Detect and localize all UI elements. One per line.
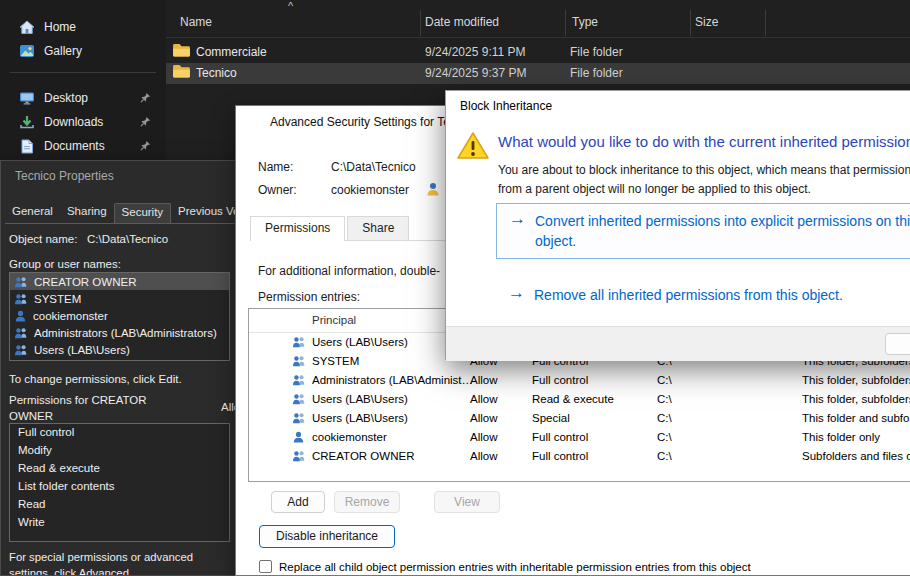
permission-item[interactable]: List folder contents	[10, 478, 229, 496]
file-date: 9/24/2025 9:11 PM	[425, 45, 526, 59]
name-label: Name:	[258, 160, 293, 174]
column-header-principal[interactable]: Principal	[312, 314, 356, 326]
home-icon	[18, 19, 35, 35]
column-header-name[interactable]: Name	[180, 15, 212, 29]
tab-general[interactable]: General	[5, 203, 60, 223]
edit-hint-text: To change permissions, click Edit.	[9, 373, 182, 385]
column-header-type[interactable]: Type	[572, 15, 598, 29]
group-icon	[292, 355, 306, 370]
entry-principal: Administrators (LAB\Administrators)	[312, 374, 474, 386]
sidebar-item-label: Gallery	[44, 44, 82, 58]
file-date: 9/24/2025 9:37 PM	[425, 66, 526, 80]
sidebar-item-home[interactable]: Home	[6, 15, 160, 39]
file-name: Tecnico	[196, 66, 237, 80]
group-user-names-label: Group or user names:	[9, 258, 121, 270]
entry-principal: CREATOR OWNER	[312, 450, 474, 462]
group-icon	[292, 412, 306, 427]
group-list-item[interactable]: Administrators (LAB\Administrators)	[10, 324, 229, 341]
entry-applies-to: This folder, subfolders and files	[802, 374, 910, 386]
group-list-item[interactable]: CREATOR OWNER	[10, 273, 229, 290]
tab-permissions[interactable]: Permissions	[250, 216, 345, 241]
cancel-button[interactable]: Cancel	[885, 333, 910, 355]
column-separator[interactable]	[565, 10, 566, 36]
permission-item[interactable]: Read & execute	[10, 460, 229, 478]
permission-entries-label: Permission entries:	[258, 290, 360, 304]
file-row-commerciale[interactable]: Commerciale 9/24/2025 9:11 PM File folde…	[166, 42, 910, 63]
user-icon	[292, 431, 305, 446]
permission-item[interactable]: Write	[10, 514, 229, 532]
warning-icon	[456, 131, 490, 164]
column-header-size[interactable]: Size	[695, 15, 718, 29]
tab-share[interactable]: Share	[347, 216, 409, 240]
permission-item[interactable]: Full control	[10, 424, 229, 442]
documents-icon	[18, 138, 35, 154]
column-header-date[interactable]: Date modified	[425, 15, 499, 29]
dialog-title: Block Inheritance	[446, 91, 910, 121]
entry-inherited-from: C:\	[657, 412, 672, 424]
tab-previous-versions[interactable]: Previous Versions	[171, 203, 236, 223]
column-separator[interactable]	[690, 10, 691, 36]
entry-access: Special	[532, 412, 570, 424]
replace-permissions-checkbox[interactable]	[259, 560, 272, 573]
file-type: File folder	[570, 45, 623, 59]
entry-inherited-from: C:\	[657, 374, 672, 386]
permission-entry-row[interactable]: CREATOR OWNER Allow Full control C:\ Sub…	[249, 447, 910, 466]
entry-principal: Users (LAB\Users)	[312, 412, 474, 424]
permission-entry-row[interactable]: Users (LAB\Users) Allow Special C:\ This…	[249, 409, 910, 428]
tab-security[interactable]: Security	[114, 203, 172, 223]
add-button[interactable]: Add	[271, 491, 325, 513]
folder-icon	[172, 43, 191, 61]
entry-type: Allow	[470, 412, 497, 424]
sidebar-item-downloads[interactable]: Downloads	[6, 110, 160, 134]
sidebar-item-desktop[interactable]: Desktop	[6, 86, 160, 110]
sidebar-divider	[10, 72, 156, 73]
sidebar-item-label: Downloads	[44, 115, 103, 129]
dialog-footer: Cancel	[446, 326, 910, 361]
entry-type: Allow	[470, 450, 497, 462]
remove-button: Remove	[334, 491, 400, 513]
entry-applies-to: Subfolders and files only	[802, 450, 910, 462]
column-separator[interactable]	[765, 10, 766, 36]
file-row-tecnico[interactable]: Tecnico 9/24/2025 9:37 PM File folder	[166, 63, 910, 84]
permissions-list: Full control Modify Read & execute List …	[9, 423, 230, 542]
disable-inheritance-button[interactable]: Disable inheritance	[259, 525, 395, 548]
group-name: SYSTEM	[34, 293, 81, 305]
sidebar-item-label: Documents	[44, 139, 105, 153]
entry-applies-to: This folder and subfolders	[802, 412, 910, 424]
entry-type: Allow	[470, 431, 497, 443]
tab-sharing[interactable]: Sharing	[60, 203, 114, 223]
permission-entry-row[interactable]: Users (LAB\Users) Allow Read & execute C…	[249, 390, 910, 409]
sidebar-item-gallery[interactable]: Gallery	[6, 39, 160, 63]
entry-principal: Users (LAB\Users)	[312, 393, 474, 405]
group-list-item[interactable]: SYSTEM	[10, 290, 229, 307]
group-icon	[14, 293, 28, 305]
entry-applies-to: This folder, subfolders and files	[802, 393, 910, 405]
group-name: Users (LAB\Users)	[34, 344, 130, 356]
column-separator[interactable]	[420, 10, 421, 36]
sidebar-item-documents[interactable]: Documents	[6, 134, 160, 158]
group-name: Administrators (LAB\Administrators)	[34, 327, 217, 339]
downloads-icon	[18, 114, 35, 130]
entry-applies-to: This folder only	[802, 431, 910, 443]
group-icon	[292, 374, 306, 389]
main-instruction: What would you like to do with the curre…	[498, 133, 910, 150]
desktop-icon	[18, 90, 35, 106]
header-divider	[166, 37, 910, 38]
group-user-list: CREATOR OWNER SYSTEM cookiemonster Admin…	[9, 272, 230, 361]
group-name: cookiemonster	[33, 310, 108, 322]
remove-permissions-command-link[interactable]: → Remove all inherited permissions from …	[496, 284, 910, 308]
owner-value: cookiemonster	[331, 183, 409, 197]
entry-inherited-from: C:\	[657, 431, 672, 443]
group-list-item[interactable]: Users (LAB\Users)	[10, 341, 229, 358]
entry-access: Full control	[532, 450, 588, 462]
group-list-item[interactable]: cookiemonster	[10, 307, 229, 324]
owner-user-icon	[426, 182, 440, 199]
permission-item[interactable]: Read	[10, 496, 229, 514]
permission-item[interactable]: Modify	[10, 442, 229, 460]
convert-permissions-command-link[interactable]: → Convert inherited permissions into exp…	[496, 203, 910, 259]
group-name: CREATOR OWNER	[34, 276, 136, 288]
permission-entry-row[interactable]: Administrators (LAB\Administrators) Allo…	[249, 371, 910, 390]
permission-entry-row[interactable]: cookiemonster Allow Full control C:\ Thi…	[249, 428, 910, 447]
file-list-header: Name Date modified Type Size	[166, 8, 910, 36]
arrow-icon: →	[509, 209, 526, 229]
